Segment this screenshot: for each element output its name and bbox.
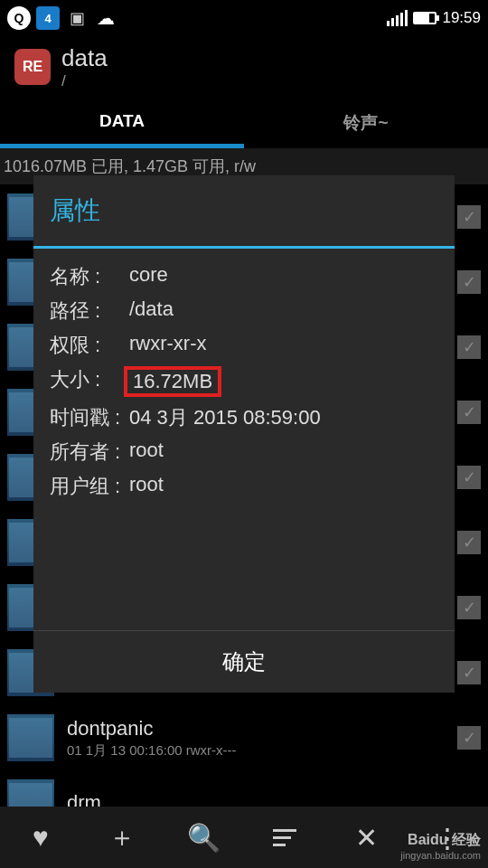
prop-value: root bbox=[129, 439, 438, 466]
prop-value: core bbox=[129, 263, 438, 290]
prop-value-highlighted: 16.72MB bbox=[129, 366, 438, 397]
prop-label: 路径 : bbox=[50, 297, 129, 325]
prop-value: root bbox=[129, 473, 438, 500]
sort-icon bbox=[273, 829, 296, 846]
prop-label: 权限 : bbox=[50, 332, 129, 359]
search-button[interactable]: 🔍 bbox=[163, 822, 244, 854]
close-icon: ✕ bbox=[355, 822, 378, 854]
watermark: Baidu 经验 jingyan.baidu.com bbox=[400, 831, 481, 861]
prop-label: 大小 : bbox=[50, 366, 129, 397]
prop-label: 所有者 : bbox=[50, 439, 129, 466]
favorite-button[interactable]: ♥ bbox=[0, 822, 81, 853]
heart-icon: ♥ bbox=[33, 822, 49, 853]
close-button[interactable]: ✕ bbox=[325, 822, 407, 854]
dialog-title: 属性 bbox=[33, 175, 455, 249]
search-icon: 🔍 bbox=[187, 822, 221, 854]
plus-icon: ＋ bbox=[108, 819, 136, 856]
confirm-button[interactable]: 确定 bbox=[33, 630, 455, 693]
prop-value: /data bbox=[129, 297, 438, 325]
dialog-overlay: 属性 名称 :core 路径 :/data 权限 :rwxr-xr-x 大小 :… bbox=[0, 0, 488, 868]
prop-label: 名称 : bbox=[50, 263, 129, 290]
prop-label: 用户组 : bbox=[50, 473, 129, 500]
prop-value: 04 3月 2015 08:59:00 bbox=[129, 404, 438, 431]
prop-label: 时间戳 : bbox=[50, 404, 129, 431]
sort-button[interactable] bbox=[244, 829, 325, 846]
add-button[interactable]: ＋ bbox=[81, 819, 163, 856]
prop-value: rwxr-xr-x bbox=[129, 332, 438, 359]
properties-dialog: 属性 名称 :core 路径 :/data 权限 :rwxr-xr-x 大小 :… bbox=[33, 175, 455, 693]
